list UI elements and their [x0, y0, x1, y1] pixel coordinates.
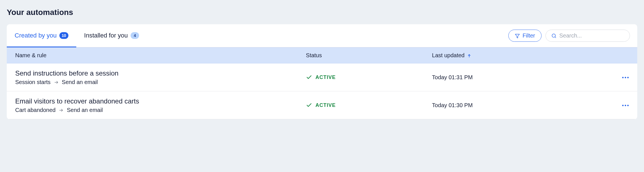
- controls: Filter: [508, 30, 630, 42]
- tab-label: Created by you: [15, 32, 57, 39]
- search-input[interactable]: [559, 32, 630, 39]
- search-field-wrap[interactable]: [545, 30, 630, 42]
- updated-text: Today 01:31 PM: [432, 74, 473, 81]
- header-updated-label: Last updated: [432, 52, 465, 59]
- automation-title: Email visitors to recover abandoned cart…: [15, 97, 295, 105]
- automation-rule: Cart abandoned Send an email: [15, 107, 295, 113]
- svg-point-11: [627, 105, 629, 106]
- table-header-row: Name & rule Status Last updated: [7, 47, 637, 63]
- header-name[interactable]: Name & rule: [7, 48, 303, 63]
- page-title: Your automations: [7, 8, 637, 17]
- svg-point-10: [625, 105, 626, 106]
- check-icon: [306, 74, 312, 80]
- filter-button[interactable]: Filter: [508, 30, 542, 42]
- filter-label: Filter: [523, 32, 535, 39]
- svg-marker-0: [515, 34, 519, 38]
- tab-count-badge: 10: [59, 32, 68, 39]
- automations-card: Created by you 10 Installed for you 4 Fi: [7, 24, 637, 119]
- header-updated[interactable]: Last updated: [429, 48, 606, 63]
- status-badge: ACTIVE: [306, 74, 426, 80]
- tabs: Created by you 10 Installed for you 4: [7, 24, 147, 47]
- sort-ascending-icon: [467, 52, 471, 59]
- rule-trigger: Cart abandoned: [15, 107, 55, 113]
- svg-point-9: [622, 105, 624, 106]
- tab-label: Installed for you: [84, 32, 128, 39]
- tab-installed-for-you[interactable]: Installed for you 4: [76, 25, 147, 47]
- header-status[interactable]: Status: [303, 48, 429, 63]
- check-icon: [306, 102, 312, 108]
- tab-count-badge: 4: [131, 32, 139, 39]
- table-row[interactable]: Send instructions before a session Sessi…: [7, 63, 637, 91]
- svg-point-5: [622, 77, 624, 78]
- status-badge: ACTIVE: [306, 102, 426, 108]
- arrow-right-icon: [54, 79, 59, 85]
- rule-action: Send an email: [62, 79, 98, 85]
- table-row[interactable]: Email visitors to recover abandoned cart…: [7, 91, 637, 119]
- arrow-right-icon: [59, 107, 63, 113]
- rule-trigger: Session starts: [15, 79, 51, 85]
- automation-rule: Session starts Send an email: [15, 79, 295, 85]
- tabs-bar: Created by you 10 Installed for you 4 Fi: [7, 24, 637, 47]
- status-text: ACTIVE: [316, 102, 336, 108]
- status-text: ACTIVE: [316, 74, 336, 80]
- tab-created-by-you[interactable]: Created by you 10: [7, 25, 76, 47]
- automation-title: Send instructions before a session: [15, 69, 295, 77]
- search-icon: [551, 33, 556, 38]
- header-actions: [606, 48, 637, 63]
- filter-icon: [515, 32, 520, 39]
- updated-text: Today 01:30 PM: [432, 102, 473, 109]
- rule-action: Send an email: [67, 107, 103, 113]
- more-actions-button[interactable]: [606, 97, 637, 113]
- more-actions-button[interactable]: [606, 69, 637, 85]
- svg-line-2: [555, 37, 556, 38]
- svg-point-6: [625, 77, 626, 78]
- svg-point-7: [627, 77, 629, 78]
